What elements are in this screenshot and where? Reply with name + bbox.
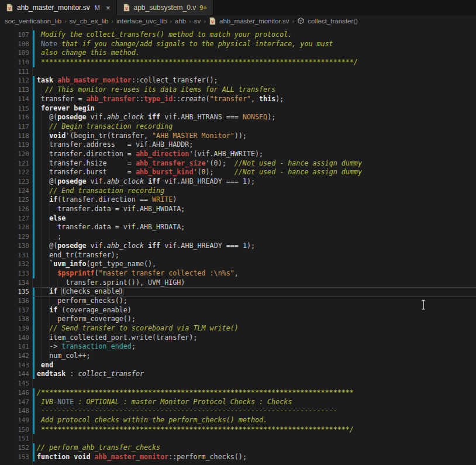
code-line[interactable]: 126 transfer.data = vif.AHB_HWDATA; [0,205,476,214]
code-line[interactable]: 139 // Send transfer to scoreboard via T… [0,324,476,333]
line-number[interactable]: 136 [0,297,29,306]
code-line[interactable]: 130 @(posedge vif.ahb_clock iff vif.AHB_… [0,242,476,251]
line-number[interactable]: 109 [0,49,29,58]
line-number[interactable]: 107 [0,30,29,40]
line-number[interactable]: 128 [0,223,29,232]
code-line[interactable]: 153function void ahb_master_monitor::per… [0,453,476,462]
code-line[interactable]: 120 transfer.direction = ahb_direction'(… [0,150,476,159]
code-line[interactable]: 131 end_tr(transfer); [0,251,476,260]
code-line[interactable]: 143 end [0,361,476,370]
code-line[interactable]: 108 Note that if you change/add signals … [0,40,476,49]
line-number[interactable]: 147 [0,398,29,407]
line-number[interactable]: 123 [0,177,29,187]
line-number[interactable]: 116 [0,113,29,122]
code-line[interactable]: 141 -> transaction_ended; [0,342,476,352]
code-line[interactable]: 140 item_collected_port.write(transfer); [0,333,476,343]
line-number[interactable]: 142 [0,352,29,361]
line-number[interactable]: 143 [0,361,29,370]
tab-apb-subsystem-0-v[interactable]: v apb_subsystem_0.v 9+ [117,0,213,15]
code-line[interactable]: 124 // End transaction recording [0,187,476,196]
code-line[interactable]: 138 perform_coverage(); [0,315,476,324]
line-number[interactable]: 112 [0,76,29,85]
line-number[interactable]: 130 [0,242,29,251]
code-line[interactable]: 137 if (coverage_enable) [0,306,476,315]
code-line[interactable]: 129 ; [0,232,476,242]
code-line[interactable]: 136 perform_checks(); [0,297,476,306]
line-number[interactable]: 133 [0,269,29,278]
code-line[interactable]: 148 ------------------------------------… [0,407,476,416]
code-line[interactable]: 116 @(posedge vif.ahb_clock iff vif.AHB_… [0,113,476,122]
line-number[interactable]: 146 [0,388,29,398]
code-line[interactable]: 111 [0,67,476,77]
line-number[interactable]: 138 [0,315,29,324]
breadcrumb-item-soc-verification-lib[interactable]: soc_verification_lib [5,18,61,25]
line-number[interactable]: 108 [0,40,29,49]
line-number[interactable]: 121 [0,159,29,168]
code-line[interactable]: 123 @(posedge vif.ahb_clock iff vif.AHB_… [0,177,476,187]
code-line[interactable]: 144endtask : collect_transfer [0,370,476,379]
code-line[interactable]: 110 ************************************… [0,58,476,67]
line-number[interactable]: 152 [0,443,29,453]
line-number[interactable]: 127 [0,214,29,223]
line-number[interactable]: 115 [0,104,29,113]
breadcrumb-item-ahb[interactable]: ahb [175,18,186,25]
line-number[interactable]: 151 [0,434,29,443]
breadcrumb-item-ahb-master-monitor-sv[interactable]: ahb_master_monitor.sv [219,18,289,25]
code-line[interactable]: 109 also change this method. [0,49,476,58]
code-line[interactable]: 147 IVB-NOTE : OPTIONAL : master Monitor… [0,398,476,407]
breadcrumb-item-interface-uvc-lib[interactable]: interface_uvc_lib [116,18,167,25]
line-number[interactable]: 134 [0,278,29,288]
code-line[interactable]: 112task ahb_master_monitor::collect_tran… [0,76,476,85]
code-line[interactable]: 149 Add protocol checks within the perfo… [0,416,476,425]
code-line[interactable]: 125 if(transfer.direction == WRITE) [0,195,476,205]
line-number[interactable]: 125 [0,195,29,205]
line-number[interactable]: 129 [0,232,29,242]
code-line[interactable]: 115 forever begin [0,104,476,113]
breadcrumb-item-collect-transfer-[interactable]: collect_transfer() [308,18,358,25]
line-number[interactable]: 149 [0,416,29,425]
code-line[interactable]: 127 else [0,214,476,223]
line-number[interactable]: 111 [0,67,29,77]
close-icon[interactable]: × [106,4,111,12]
line-number[interactable]: 114 [0,95,29,104]
code-line[interactable]: 146/************************************… [0,388,476,398]
code-line[interactable]: 117 // Begin transaction recording [0,122,476,132]
line-number[interactable]: 137 [0,306,29,315]
code-line[interactable]: 152// perform_ahb_transfer_checks [0,443,476,453]
line-number[interactable]: 118 [0,132,29,141]
code-line[interactable]: 135 if (checks_enable) [0,287,476,297]
code-line[interactable]: 128 transfer.data = vif.AHB_HRDATA; [0,223,476,232]
line-number[interactable]: 120 [0,150,29,159]
line-number[interactable]: 113 [0,85,29,95]
line-number[interactable]: 144 [0,370,29,379]
code-line[interactable]: 132 `uvm_info(get_type_name(), [0,260,476,269]
line-number[interactable]: 139 [0,324,29,333]
line-number[interactable]: 124 [0,187,29,196]
line-number[interactable]: 119 [0,140,29,150]
line-number[interactable]: 148 [0,407,29,416]
line-number[interactable]: 135 [0,287,29,297]
line-number[interactable]: 117 [0,122,29,132]
code-line[interactable]: 142 num_col++; [0,352,476,361]
line-number[interactable]: 131 [0,251,29,260]
breadcrumb-item-sv-cb-ex-lib[interactable]: sv_cb_ex_lib [70,18,108,25]
code-line[interactable]: 118 void'(begin_tr(transfer, "AHB MASTER… [0,132,476,141]
code-line[interactable]: 133 $psprintf("master transfer collected… [0,269,476,278]
code-line[interactable]: 114 transfer = ahb_transfer::type_id::cr… [0,95,476,104]
line-number[interactable]: 110 [0,58,29,67]
code-line[interactable]: 122 transfer.burst = ahb_burst_kind'(0);… [0,168,476,177]
code-line[interactable]: 107 Modify the collect_transfers() metho… [0,30,476,40]
breadcrumb-item-sv[interactable]: sv [194,18,201,25]
line-number[interactable]: 145 [0,379,29,388]
code-line[interactable]: 151 [0,434,476,443]
line-number[interactable]: 126 [0,205,29,214]
code-line[interactable]: 113 // This monitor re-uses its data ite… [0,85,476,95]
line-number[interactable]: 153 [0,453,29,462]
line-number[interactable]: 150 [0,425,29,435]
line-number[interactable]: 140 [0,333,29,343]
code-line[interactable]: 150 ************************************… [0,425,476,435]
line-number[interactable]: 132 [0,260,29,269]
line-number[interactable]: 141 [0,342,29,352]
line-number[interactable]: 122 [0,168,29,177]
tab-ahb-master-monitor-sv[interactable]: v ahb_master_monitor.sv M × [0,0,117,15]
